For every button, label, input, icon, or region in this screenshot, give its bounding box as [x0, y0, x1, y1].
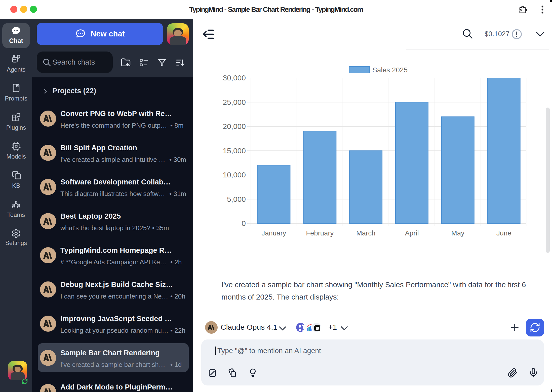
svg-text:5,000: 5,000: [227, 195, 246, 203]
svg-text:Sales 2025: Sales 2025: [372, 66, 408, 74]
svg-text:June: June: [496, 229, 511, 237]
svg-text:15,000: 15,000: [223, 146, 246, 155]
svg-text:30,000: 30,000: [223, 74, 246, 82]
svg-text:0: 0: [242, 219, 246, 227]
svg-text:March: March: [356, 229, 375, 237]
svg-text:April: April: [405, 229, 419, 237]
svg-text:January: January: [261, 229, 286, 237]
svg-text:20,000: 20,000: [223, 122, 246, 130]
svg-text:May: May: [451, 229, 464, 237]
svg-text:10,000: 10,000: [223, 171, 246, 179]
svg-text:25,000: 25,000: [223, 98, 246, 106]
svg-text:February: February: [306, 229, 334, 237]
